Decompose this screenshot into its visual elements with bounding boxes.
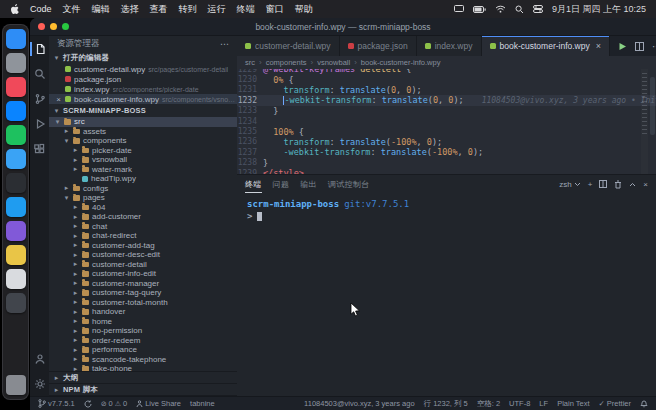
menubar-clock[interactable]: 9月1日 周四 上午 10:25 bbox=[552, 3, 646, 16]
menubar-item-terminal[interactable]: 终端 bbox=[237, 3, 255, 16]
minimize-window-button[interactable] bbox=[50, 23, 57, 30]
eol-status[interactable]: LF bbox=[539, 399, 548, 408]
open-editor-item[interactable]: package.json bbox=[49, 74, 237, 84]
encoding-status[interactable]: UTF-8 bbox=[509, 399, 530, 408]
menubar-item-edit[interactable]: 编辑 bbox=[92, 3, 110, 16]
tab-package-json[interactable]: package.json bbox=[340, 36, 417, 56]
tree-item[interactable]: ▸chat-redirect bbox=[49, 231, 237, 241]
code-line[interactable]: 1231 transform: translate(0, 0); bbox=[237, 85, 656, 95]
code-line[interactable]: 1232 -webkit-transform: translate(0, 0);… bbox=[237, 95, 656, 105]
open-editor-item[interactable]: index.wpy src/components/picker-date bbox=[49, 84, 237, 94]
close-icon[interactable]: × bbox=[596, 41, 601, 51]
code-line[interactable]: 1235 100% { bbox=[237, 126, 656, 136]
dock-icon-wechat[interactable] bbox=[6, 125, 26, 145]
npm-scripts-section-header[interactable]: ▸ NPM 脚本 bbox=[49, 384, 237, 396]
tree-item[interactable]: ▾src bbox=[49, 117, 237, 127]
tree-item[interactable]: ▸no-permission bbox=[49, 326, 237, 336]
tree-item[interactable]: ▸water-mark bbox=[49, 165, 237, 175]
dock-icon-vscode[interactable] bbox=[6, 197, 26, 217]
open-editor-item-active[interactable]: × book-customer-info.wpy src/components/… bbox=[49, 94, 237, 104]
tree-item[interactable]: ▸vsnowball bbox=[49, 155, 237, 165]
code-line[interactable]: 1238} bbox=[237, 158, 656, 168]
tree-item[interactable]: ▸customer-detail bbox=[49, 260, 237, 270]
activitybar-explorer[interactable] bbox=[30, 41, 49, 57]
cursor-position-status[interactable]: 行 1232, 列 5 bbox=[424, 399, 468, 409]
shell-selector[interactable]: zsh bbox=[559, 180, 580, 189]
indentation-status[interactable]: 空格: 2 bbox=[477, 399, 500, 409]
tree-item[interactable]: ▸assets bbox=[49, 127, 237, 137]
menubar-item-selection[interactable]: 选择 bbox=[121, 3, 139, 16]
panel-tab-terminal[interactable]: 终端 bbox=[245, 176, 262, 193]
menubar-item-go[interactable]: 转到 bbox=[179, 3, 197, 16]
code-editor[interactable]: 1229@-webkit-keyframes deletelt {1230 0%… bbox=[237, 69, 656, 174]
control-center-icon[interactable] bbox=[533, 5, 543, 13]
tree-item[interactable]: ▸404 bbox=[49, 203, 237, 213]
activitybar-settings[interactable] bbox=[30, 376, 49, 392]
project-section-header[interactable]: ▾ SCRM-MINIAPP-BOSS bbox=[49, 104, 237, 117]
dock-icon-app-store[interactable] bbox=[6, 101, 26, 121]
new-terminal-button[interactable]: + bbox=[588, 180, 593, 189]
tree-item[interactable]: ▸customer-info-edit bbox=[49, 269, 237, 279]
outline-section-header[interactable]: ▸ 大纲 bbox=[49, 372, 237, 384]
language-mode-status[interactable]: Plain Text bbox=[557, 399, 589, 408]
screen-mirroring-icon[interactable] bbox=[454, 5, 464, 13]
tree-item[interactable]: ▸handover bbox=[49, 307, 237, 317]
code-line[interactable]: 1234 bbox=[237, 116, 656, 126]
apple-menu-icon[interactable] bbox=[10, 4, 19, 15]
breadcrumb-item[interactable]: src bbox=[245, 58, 255, 67]
menubar-item-file[interactable]: 文件 bbox=[63, 3, 81, 16]
tab-book-customer-info[interactable]: book-customer-info.wpy × bbox=[482, 36, 611, 56]
panel-tab-debug-console[interactable]: 调试控制台 bbox=[328, 176, 370, 192]
git-blame-status[interactable]: 11084503@vivo.xyz, 3 years ago bbox=[304, 399, 414, 408]
tree-item[interactable]: ▸picker-date bbox=[49, 146, 237, 156]
dock-icon-launchpad[interactable] bbox=[6, 53, 26, 73]
tree-item[interactable]: ▸customer-total-month bbox=[49, 298, 237, 308]
open-editors-header[interactable]: ▾ 打开的编辑器 bbox=[49, 51, 237, 64]
code-line[interactable]: 1233 } bbox=[237, 106, 656, 116]
tree-item[interactable]: ▸home bbox=[49, 317, 237, 327]
tree-item[interactable]: ▸customer-add-tag bbox=[49, 241, 237, 251]
kill-terminal-button[interactable] bbox=[614, 180, 622, 189]
open-editor-item[interactable]: customer-detail.wpy src/pages/customer-d… bbox=[49, 64, 237, 74]
formatter-status[interactable]: ✓ Prettier bbox=[599, 399, 631, 408]
dock-icon-notes[interactable] bbox=[6, 269, 26, 289]
dock-icon-music[interactable] bbox=[6, 77, 26, 97]
dock[interactable] bbox=[2, 24, 29, 400]
tabnine-status[interactable]: tabnine bbox=[190, 399, 215, 408]
tree-item[interactable]: ▸customer-desc-edit bbox=[49, 250, 237, 260]
tree-item[interactable]: ▸take-phone bbox=[49, 364, 237, 371]
breadcrumb-item[interactable]: components bbox=[266, 58, 307, 67]
dock-icon-terminal[interactable] bbox=[6, 173, 26, 193]
code-line[interactable]: 1237 -webkit-transform: translate(-100%,… bbox=[237, 147, 656, 157]
dock-icon-chrome[interactable] bbox=[6, 245, 26, 265]
wifi-icon[interactable] bbox=[495, 5, 506, 13]
run-code-button[interactable] bbox=[618, 42, 627, 51]
git-branch-status[interactable]: v7.7.5.1 bbox=[38, 399, 75, 408]
spotlight-search-icon[interactable] bbox=[515, 5, 524, 14]
tree-item[interactable]: ▸order-redeem bbox=[49, 336, 237, 346]
minimap[interactable] bbox=[641, 69, 648, 174]
split-editor-button[interactable] bbox=[635, 42, 644, 51]
activitybar-account[interactable] bbox=[30, 351, 49, 367]
tree-item[interactable]: ▸customer-tag-query bbox=[49, 288, 237, 298]
zoom-window-button[interactable] bbox=[62, 23, 69, 30]
tab-customer-detail[interactable]: customer-detail.wpy bbox=[237, 36, 340, 56]
close-panel-button[interactable]: × bbox=[643, 180, 648, 189]
tree-item[interactable]: headTip.wpy bbox=[49, 174, 237, 184]
menubar-item-window[interactable]: 窗口 bbox=[266, 3, 284, 16]
tree-item[interactable]: ▸performance bbox=[49, 345, 237, 355]
menubar-item-view[interactable]: 查看 bbox=[150, 3, 168, 16]
tree-item[interactable]: ▾pages bbox=[49, 193, 237, 203]
activitybar-source-control[interactable] bbox=[30, 91, 49, 107]
battery-icon[interactable] bbox=[473, 6, 486, 13]
problems-status[interactable]: ⊘ 0 ⚠ 0 bbox=[101, 399, 128, 408]
code-line[interactable]: 1239</style> bbox=[237, 168, 656, 174]
terminal-input-line[interactable]: > bbox=[247, 210, 646, 222]
more-actions-icon[interactable]: ⋯ bbox=[652, 41, 656, 52]
dock-icon-system-settings[interactable] bbox=[6, 293, 26, 313]
notifications-bell[interactable] bbox=[640, 399, 648, 408]
tree-item[interactable]: ▸add-customer bbox=[49, 212, 237, 222]
live-share-button[interactable]: Live Share bbox=[136, 399, 181, 408]
dock-icon-trash[interactable] bbox=[6, 375, 26, 395]
dock-icon-figma[interactable] bbox=[6, 221, 26, 241]
